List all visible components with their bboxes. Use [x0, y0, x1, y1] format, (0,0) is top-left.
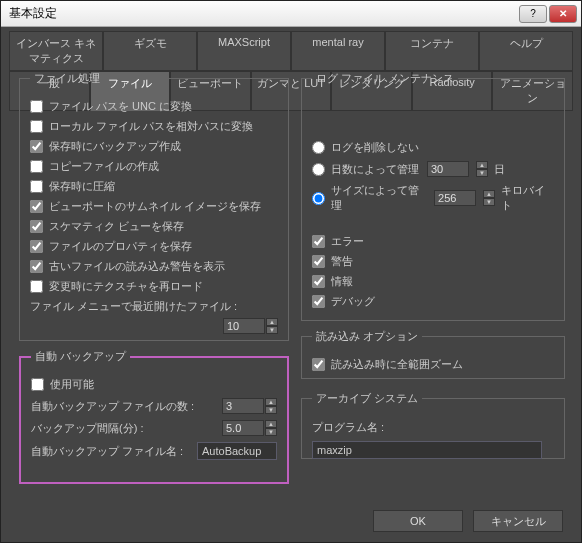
archive-prog-input[interactable]	[312, 441, 542, 459]
autobak-count-input[interactable]	[222, 398, 264, 414]
spin-down-icon[interactable]: ▼	[265, 428, 277, 436]
spin-up-icon[interactable]: ▲	[265, 398, 277, 406]
log-radio-size[interactable]: サイズによって管理 ▲▼ キロバイト	[312, 183, 554, 213]
log-size-spinner[interactable]: ▲▼	[434, 190, 495, 206]
auto-backup-legend: 自動 バックアップ	[31, 349, 130, 364]
file-handling-group: ファイル処理 ファイル パスを UNC に変換ローカル ファイル パスを相対パス…	[19, 71, 289, 341]
autobak-interval-label: バックアップ間隔(分) :	[31, 421, 222, 436]
tab-maxscript[interactable]: MAXScript	[197, 31, 291, 71]
log-radio-never[interactable]: ログを削除しない	[312, 140, 554, 155]
log-days-spinner[interactable]: ▲▼	[427, 161, 488, 177]
log-check-0[interactable]: エラー	[312, 234, 554, 249]
autobak-enable-input[interactable]	[31, 378, 44, 391]
archive-prog-label: プログラム名 :	[312, 420, 384, 435]
spin-up-icon[interactable]: ▲	[476, 161, 488, 169]
titlebar: 基本設定 ? ✕	[1, 1, 581, 27]
fh-checkbox-0[interactable]: ファイル パスを UNC に変換	[30, 99, 278, 114]
spin-down-icon[interactable]: ▼	[476, 169, 488, 177]
recent-files-input[interactable]	[223, 318, 265, 334]
autobak-count-spinner[interactable]: ▲▼	[222, 398, 277, 414]
log-size-input[interactable]	[434, 190, 476, 206]
fh-checkbox-7[interactable]: ファイルのプロパティを保存	[30, 239, 278, 254]
autobak-count-label: 自動バックアップ ファイルの数 :	[31, 399, 222, 414]
tab-help[interactable]: ヘルプ	[479, 31, 573, 71]
fh-checkbox-6[interactable]: スケマティク ビューを保存	[30, 219, 278, 234]
fh-checkbox-4[interactable]: 保存時に圧縮	[30, 179, 278, 194]
tab-gizmo[interactable]: ギズモ	[103, 31, 197, 71]
autobak-name-input[interactable]	[197, 442, 277, 460]
spin-up-icon[interactable]: ▲	[266, 318, 278, 326]
archive-system-group: アーカイブ システム プログラム名 :	[301, 391, 565, 459]
autobak-name-label: 自動バックアップ ファイル名 :	[31, 444, 197, 459]
log-check-3[interactable]: デバッグ	[312, 294, 554, 309]
spin-down-icon[interactable]: ▼	[265, 406, 277, 414]
fh-checkbox-5[interactable]: ビューポートのサムネイル イメージを保存	[30, 199, 278, 214]
tabs-row-1: インバース キネマティクス ギズモ MAXScript mental ray コ…	[1, 27, 581, 71]
fh-checkbox-9[interactable]: 変更時にテクスチャを再ロード	[30, 279, 278, 294]
ok-button[interactable]: OK	[373, 510, 463, 532]
log-maintenance-group: ログ ファイル メンテナンス ログを削除しない 日数によって管理 ▲▼ 日 サイ…	[301, 71, 565, 321]
log-check-1[interactable]: 警告	[312, 254, 554, 269]
log-radio-days[interactable]: 日数によって管理 ▲▼ 日	[312, 161, 554, 177]
import-legend: 読み込み オプション	[312, 329, 422, 344]
auto-backup-group: 自動 バックアップ 使用可能 自動バックアップ ファイルの数 : ▲▼ バックア…	[19, 349, 289, 484]
autobak-interval-input[interactable]	[222, 420, 264, 436]
fh-checkbox-3[interactable]: コピーファイルの作成	[30, 159, 278, 174]
tab-mentalray[interactable]: mental ray	[291, 31, 385, 71]
import-zoom-checkbox[interactable]: 読み込み時に全範囲ズーム	[312, 357, 554, 372]
spin-down-icon[interactable]: ▼	[483, 198, 495, 206]
fh-checkbox-8[interactable]: 古いファイルの読み込み警告を表示	[30, 259, 278, 274]
tab-ik[interactable]: インバース キネマティクス	[9, 31, 103, 71]
fh-checkbox-2[interactable]: 保存時にバックアップ作成	[30, 139, 278, 154]
cancel-button[interactable]: キャンセル	[473, 510, 563, 532]
spin-up-icon[interactable]: ▲	[483, 190, 495, 198]
autobak-interval-spinner[interactable]: ▲▼	[222, 420, 277, 436]
help-button[interactable]: ?	[519, 5, 547, 23]
content-area: ファイル処理 ファイル パスを UNC に変換ローカル ファイル パスを相対パス…	[19, 71, 563, 494]
spin-up-icon[interactable]: ▲	[265, 420, 277, 428]
recent-files-label: ファイル メニューで最近開けたファイル :	[30, 299, 278, 314]
recent-files-spinner[interactable]: ▲▼	[223, 318, 278, 334]
import-options-group: 読み込み オプション 読み込み時に全範囲ズーム	[301, 329, 565, 379]
log-days-input[interactable]	[427, 161, 469, 177]
window-title: 基本設定	[5, 5, 517, 22]
file-handling-legend: ファイル処理	[30, 71, 104, 86]
spin-down-icon[interactable]: ▼	[266, 326, 278, 334]
log-legend: ログ ファイル メンテナンス	[312, 71, 458, 86]
log-check-2[interactable]: 情報	[312, 274, 554, 289]
tab-container[interactable]: コンテナ	[385, 31, 479, 71]
fh-checkbox-1[interactable]: ローカル ファイル パスを相対パスに変換	[30, 119, 278, 134]
close-button[interactable]: ✕	[549, 5, 577, 23]
preferences-window: 基本設定 ? ✕ インバース キネマティクス ギズモ MAXScript men…	[0, 0, 582, 543]
dialog-footer: OK キャンセル	[373, 510, 563, 532]
autobak-enable-checkbox[interactable]: 使用可能	[31, 377, 277, 392]
archive-legend: アーカイブ システム	[312, 391, 422, 406]
